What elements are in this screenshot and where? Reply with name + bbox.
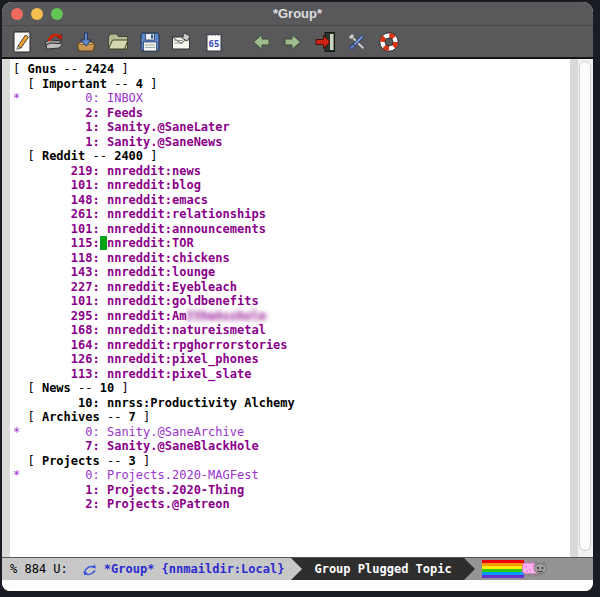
group-name: nnreddit:blog: [107, 178, 201, 192]
nyan-rainbow: [482, 560, 524, 578]
group-unread-count: 101:: [13, 294, 100, 308]
group-line[interactable]: * 0: INBOX: [13, 91, 570, 106]
group-line[interactable]: 10: nnrss:Productivity Alchemy: [13, 396, 570, 411]
group-name: Sanity.@SaneLater: [107, 120, 230, 134]
buffer-lines: [ Gnus -- 2424 ] [ Important -- 4 ]* 0: …: [10, 59, 570, 557]
group-unread-count: 261:: [13, 207, 100, 221]
group-unread-count: 1:: [13, 120, 100, 134]
group-line[interactable]: 219: nnreddit:news: [13, 164, 570, 179]
modeline-modes: Group Plugged Topic: [308, 562, 451, 576]
modeline-left-segment: % 884 U: *Group* {nnmaildir:Local}: [2, 558, 291, 580]
echo-area[interactable]: [2, 580, 593, 591]
group-unread-count: 1:: [13, 135, 100, 149]
group-line[interactable]: 2: Projects.@Patreon: [13, 497, 570, 512]
titlebar[interactable]: *Group*: [2, 2, 593, 26]
group-name: nnreddit:emacs: [107, 193, 208, 207]
topic-line[interactable]: [ Important -- 4 ]: [13, 77, 570, 92]
group-name: INBOX: [107, 91, 143, 105]
minimize-button[interactable]: [31, 8, 43, 20]
group-line[interactable]: 1: Sanity.@SaneNews: [13, 135, 570, 150]
group-unread-count: 295:: [13, 309, 100, 323]
help-icon[interactable]: [376, 29, 401, 54]
group-name: nnreddit:pixel_phones: [107, 352, 259, 366]
close-button[interactable]: [11, 8, 23, 20]
modeline-position: % 884 U:: [10, 562, 68, 576]
get-news-icon[interactable]: [73, 29, 98, 54]
exit-icon[interactable]: [312, 29, 337, 54]
group-line[interactable]: 227: nnreddit:Eyebleach: [13, 280, 570, 295]
group-name: nnreddit:news: [107, 164, 201, 178]
censored-group-name: ItheAsshole: [186, 309, 265, 323]
buffer-backend: {nnmaildir:Local}: [162, 562, 285, 576]
group-line[interactable]: 1: Projects.2020-Thing: [13, 483, 570, 498]
topic-line[interactable]: [ Archives -- 7 ]: [13, 410, 570, 425]
group-name: nnreddit:natureismetal: [107, 323, 266, 337]
group-name: nnreddit:relationships: [107, 207, 266, 221]
topic-line[interactable]: [ News -- 10 ]: [13, 381, 570, 396]
group-name: nnreddit:Am: [107, 309, 186, 323]
text-cursor: [100, 236, 107, 250]
topic-line[interactable]: [ Reddit -- 2400 ]: [13, 149, 570, 164]
group-name: nnrss:Productivity Alchemy: [107, 396, 295, 410]
group-unread-count: 113:: [13, 367, 100, 381]
nyan-mode-bar: [475, 558, 593, 580]
group-line[interactable]: 115: nnreddit:TOR: [13, 236, 570, 251]
open-folder-icon[interactable]: [105, 29, 130, 54]
reply-icon[interactable]: [41, 29, 66, 54]
group-line[interactable]: 143: nnreddit:lounge: [13, 265, 570, 280]
group-name: nnreddit:pixel_slate: [107, 367, 252, 381]
group-unread-count: 2:: [13, 106, 100, 120]
emacs-window: *Group* 65: [2, 2, 593, 591]
scrollbar-thumb[interactable]: [579, 61, 591, 551]
group-name: nnreddit:rpghorrorstories: [107, 338, 288, 352]
gnus-icon: [82, 562, 98, 577]
group-line[interactable]: 148: nnreddit:emacs: [13, 193, 570, 208]
group-name: Sanity.@SaneArchive: [107, 425, 244, 439]
preferences-icon[interactable]: [344, 29, 369, 54]
group-unread-count: * 0:: [13, 468, 100, 482]
modeline: % 884 U: *Group* {nnmaildir:Local} Group…: [2, 557, 593, 580]
group-unread-count: 101:: [13, 222, 100, 236]
group-unread-count: 143:: [13, 265, 100, 279]
powerline-separator-2: [464, 558, 475, 580]
group-name: Projects.@Patreon: [107, 497, 230, 511]
group-line[interactable]: 101: nnreddit:announcements: [13, 222, 570, 237]
send-mail-icon[interactable]: [169, 29, 194, 54]
group-unread-count: 164:: [13, 338, 100, 352]
group-name: Feeds: [107, 106, 143, 120]
group-line[interactable]: 7: Sanity.@SaneBlackHole: [13, 439, 570, 454]
group-line[interactable]: 113: nnreddit:pixel_slate: [13, 367, 570, 382]
group-name: Sanity.@SaneNews: [107, 135, 223, 149]
left-fringe: [2, 59, 10, 557]
compose-icon[interactable]: [9, 29, 34, 54]
group-unread-count: 148:: [13, 193, 100, 207]
group-unread-count: * 0:: [13, 425, 100, 439]
group-line[interactable]: 295: nnreddit:AmItheAsshole: [13, 309, 570, 324]
group-line[interactable]: 126: nnreddit:pixel_phones: [13, 352, 570, 367]
group-line[interactable]: 168: nnreddit:natureismetal: [13, 323, 570, 338]
group-unread-count: 2:: [13, 497, 100, 511]
diary-icon[interactable]: 65: [201, 29, 226, 54]
modeline-buffer-name[interactable]: *Group* {nnmaildir:Local}: [104, 562, 285, 576]
group-line[interactable]: 164: nnreddit:rpghorrorstories: [13, 338, 570, 353]
group-unread-count: 115:: [13, 236, 100, 250]
group-line[interactable]: 101: nnreddit:blog: [13, 178, 570, 193]
group-line[interactable]: * 0: Sanity.@SaneArchive: [13, 425, 570, 440]
back-icon[interactable]: [248, 29, 273, 54]
zoom-button[interactable]: [51, 8, 63, 20]
group-name: nnreddit:announcements: [107, 222, 266, 236]
forward-icon[interactable]: [280, 29, 305, 54]
save-icon[interactable]: [137, 29, 162, 54]
group-line[interactable]: 2: Feeds: [13, 106, 570, 121]
modeline-modes-segment[interactable]: Group Plugged Topic: [302, 558, 463, 580]
topic-line[interactable]: [ Gnus -- 2424 ]: [13, 62, 570, 77]
group-line[interactable]: 261: nnreddit:relationships: [13, 207, 570, 222]
topic-line[interactable]: [ Projects -- 3 ]: [13, 454, 570, 469]
scrollbar-track[interactable]: [578, 59, 593, 557]
group-line[interactable]: * 0: Projects.2020-MAGFest: [13, 468, 570, 483]
group-line[interactable]: 101: nnreddit:goldbenefits: [13, 294, 570, 309]
group-unread-count: 168:: [13, 323, 100, 337]
group-line[interactable]: 118: nnreddit:chickens: [13, 251, 570, 266]
group-line[interactable]: 1: Sanity.@SaneLater: [13, 120, 570, 135]
group-name: nnreddit:TOR: [107, 236, 194, 250]
